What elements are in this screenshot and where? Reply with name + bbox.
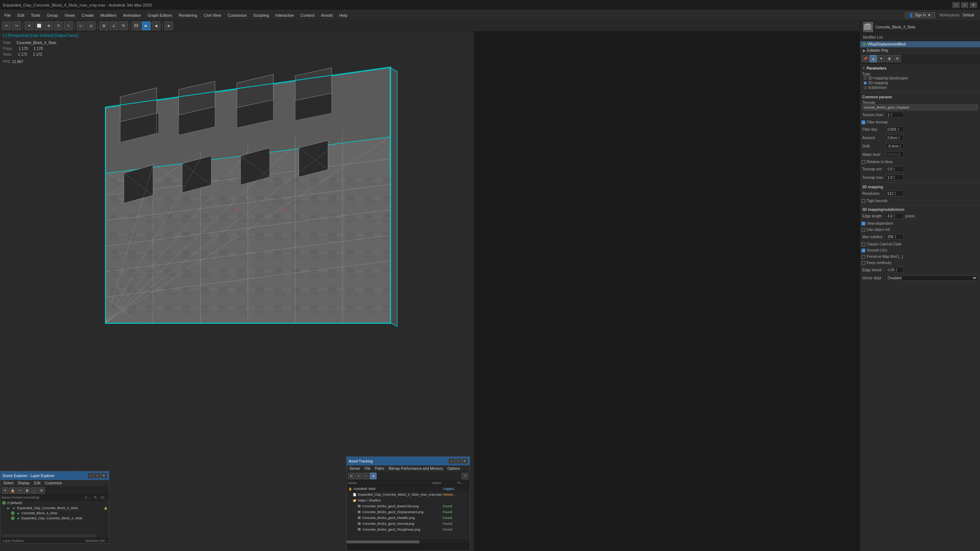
render-button[interactable]: ▶ <box>142 22 151 30</box>
menu-create[interactable]: Create <box>79 12 97 19</box>
amount-spinner[interactable]: 0.8cm ▲ ▼ <box>886 135 904 141</box>
filter-texmap-checkbox[interactable] <box>862 121 865 124</box>
asset-tracking-close[interactable]: ✕ <box>462 459 468 464</box>
shift-spinner[interactable]: -0.4cm ▲ ▼ <box>886 143 904 149</box>
se-item-concrete-block[interactable]: ■ Concrete_Block_4_Slots <box>9 511 109 516</box>
water-level-down[interactable]: ▼ <box>898 154 900 157</box>
at-menu-bitmap-perf[interactable]: Bitmap Performance and Memory <box>387 466 445 471</box>
at-item-roughness[interactable]: 🖼 Concrete_Bricks_geo3_Roughness.png Fou… <box>347 527 470 532</box>
move-up-button[interactable]: ▲ <box>870 55 877 62</box>
snap-toggle-button[interactable]: ⊞ <box>100 22 108 30</box>
asset-tracking-scrollbar[interactable] <box>347 540 470 543</box>
menu-tools[interactable]: Tools <box>28 12 43 19</box>
menu-customize[interactable]: Customize <box>225 12 250 19</box>
at-menu-options[interactable]: Options <box>446 466 461 471</box>
filter-blur-down[interactable]: ▼ <box>897 129 899 132</box>
at-menu-file[interactable]: File <box>363 466 372 471</box>
filter-blur-spinner[interactable]: 0.001 ▲ ▼ <box>886 126 904 132</box>
undo-button[interactable]: ↩ <box>2 22 11 30</box>
se-move-tool[interactable]: ↕ <box>31 487 38 494</box>
view-dependent-row[interactable]: View-dependent <box>860 221 980 226</box>
at-help-button[interactable]: ? <box>462 473 468 479</box>
scale-button[interactable]: ⤡ <box>64 22 73 30</box>
texture-chan-down[interactable]: ▼ <box>890 115 892 117</box>
at-remove-button[interactable]: − <box>363 473 369 479</box>
classic-catmull-checkbox[interactable] <box>862 243 865 246</box>
se-lock-tool[interactable]: 🔒 <box>9 487 16 494</box>
at-item-metallic[interactable]: 🖼 Concrete_Bricks_geo3_Metallic.png Foun… <box>347 515 470 521</box>
se-menu-display[interactable]: Display <box>16 481 31 486</box>
classic-catmull-row[interactable]: Classic Catmull-Clark <box>860 241 980 247</box>
use-object-mtl-row[interactable]: Use object mtl <box>860 227 980 232</box>
redo-button[interactable]: ↪ <box>12 22 21 30</box>
menu-content[interactable]: Content <box>298 12 317 19</box>
preserve-map-row[interactable]: Preserve Map Bnd [...] <box>860 254 980 259</box>
close-button[interactable]: ✕ <box>970 2 977 8</box>
se-settings-tool[interactable]: ⚙ <box>38 487 45 494</box>
shift-down[interactable]: ▼ <box>899 146 902 148</box>
menu-civil-view[interactable]: Civil View <box>201 12 224 19</box>
asset-tracking-scroll-thumb[interactable] <box>347 540 420 543</box>
at-refresh-button[interactable]: ↻ <box>348 473 355 479</box>
view-dependent-checkbox[interactable] <box>862 222 865 225</box>
asset-tracking-restore[interactable]: □ <box>455 459 461 464</box>
at-item-displacement[interactable]: 🖼 Concrete_Bricks_geo3_Displacement.png … <box>347 509 470 515</box>
se-item-expanded-group[interactable]: ▶ ■ Expanded_Clay_Concrete_Block_4_Slots… <box>5 505 109 511</box>
se-item-default-layer[interactable]: 0 (default) <box>0 500 109 505</box>
menu-file[interactable]: File <box>2 12 14 19</box>
tight-bounds-checkbox[interactable] <box>862 199 865 203</box>
at-item-max-file[interactable]: 📄 Expanded_Clay_Concrete_Block_4_Slots_m… <box>347 492 470 497</box>
render-setup-button[interactable]: 🎞 <box>132 22 141 30</box>
percent-snap-button[interactable]: % <box>119 22 128 30</box>
menu-scripting[interactable]: Scripting <box>250 12 272 19</box>
menu-views[interactable]: Views <box>62 12 78 19</box>
resolution-down[interactable]: ▼ <box>894 194 897 195</box>
asset-tracking-minimize[interactable]: ─ <box>449 459 455 464</box>
pivot-button[interactable]: ◎ <box>87 22 95 30</box>
texmap-max-spinner[interactable]: 1.0 ▲ ▼ <box>886 175 904 180</box>
menu-rendering[interactable]: Rendering <box>176 12 200 19</box>
preserve-map-checkbox[interactable] <box>862 255 865 259</box>
at-menu-server[interactable]: Server <box>348 466 361 471</box>
pin-modifier-button[interactable]: 📌 <box>862 55 869 62</box>
move-button[interactable]: ⊕ <box>45 22 53 30</box>
se-menu-edit[interactable]: Edit <box>33 481 42 486</box>
menu-help[interactable]: Help <box>336 12 351 19</box>
radio-2d-mapping[interactable]: 2D mapping (landscape) <box>862 76 978 80</box>
scene-explorer-close[interactable]: ✕ <box>101 473 107 478</box>
texmap-button[interactable]: oncrete_Bricks_geo3_Displace <box>862 105 978 110</box>
se-delete-tool[interactable]: 🗑 <box>24 487 30 494</box>
at-add-button[interactable]: + <box>355 473 362 479</box>
relative-bbox-checkbox[interactable] <box>862 160 865 164</box>
rotate-button[interactable]: ↻ <box>54 22 63 30</box>
at-item-vault[interactable]: 🔒 Autodesk Vault Logged... <box>347 486 470 492</box>
max-subdivs-spinner[interactable]: 256 ▲ ▼ <box>886 234 904 240</box>
reference-button[interactable]: ▷ <box>77 22 86 30</box>
at-menu-paths[interactable]: Paths <box>374 466 386 471</box>
menu-animation[interactable]: Animation <box>120 12 144 19</box>
scene-explorer-restore[interactable]: □ <box>94 473 100 478</box>
at-item-normal[interactable]: 🖼 Concrete_Bricks_geo3_Normal.png Found <box>347 521 470 527</box>
maximize-button[interactable]: □ <box>961 2 968 8</box>
menu-edit[interactable]: Edit <box>14 12 27 19</box>
se-item-expanded-clay[interactable]: ■ Expanded_Clay_Concrete_Block_4_Slots <box>9 516 109 521</box>
modifier-editable-poly[interactable]: ▶ Editable Poly <box>860 48 980 54</box>
keep-continuity-row[interactable]: Keep continuity <box>860 260 980 265</box>
minimize-button[interactable]: ─ <box>952 2 959 8</box>
configure-modifier-button[interactable]: ⚙ <box>894 55 901 62</box>
scene-explorer-minimize[interactable]: ─ <box>88 473 94 478</box>
vector-displ-select[interactable]: Disabled <box>886 275 978 281</box>
edge-length-spinner[interactable]: 4.0 ▲ ▼ <box>886 213 904 219</box>
max-subdivs-down[interactable]: ▼ <box>894 237 897 239</box>
at-active-button[interactable]: ◈ <box>370 473 377 479</box>
se-menu-customize[interactable]: Customize <box>43 481 64 486</box>
menu-graph-editors[interactable]: Graph Editors <box>145 12 175 19</box>
menu-arnold[interactable]: Arnold <box>318 12 336 19</box>
se-add-layer-tool[interactable]: + <box>16 487 23 494</box>
select-tool-button[interactable]: ✦ <box>25 22 33 30</box>
keep-continuity-checkbox[interactable] <box>862 261 865 265</box>
texture-chan-spinner[interactable]: 1 ▲ ▼ <box>886 112 904 118</box>
menu-modifiers[interactable]: Modifiers <box>97 12 119 19</box>
radio-subdivision[interactable]: Subdivision <box>862 86 978 90</box>
tight-bounds-row[interactable]: Tight bounds <box>860 198 980 203</box>
